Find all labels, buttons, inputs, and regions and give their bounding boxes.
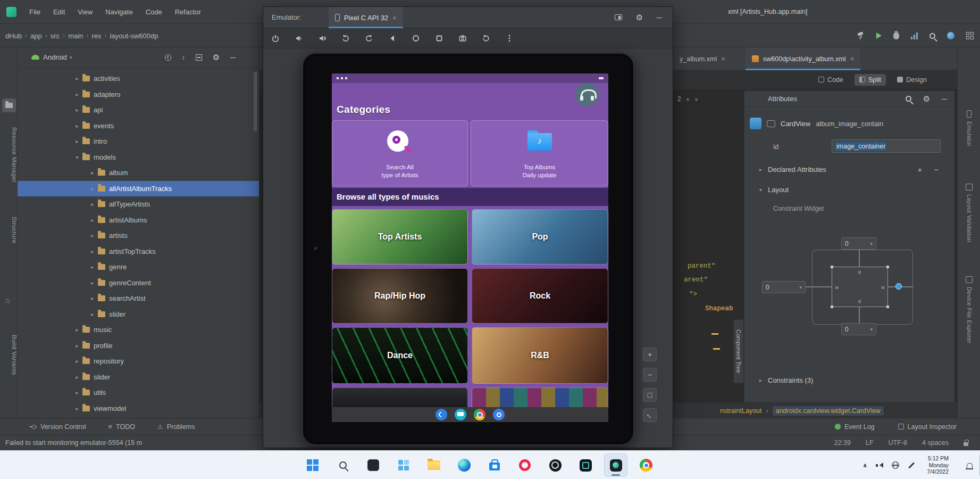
selected-component-row[interactable]: CardView album_image_contain [744, 115, 954, 131]
task-view-button[interactable] [362, 453, 385, 477]
chevron-right-icon[interactable]: ▸ [73, 406, 81, 411]
corner-handle[interactable] [831, 305, 833, 308]
menu-file[interactable]: File [29, 8, 40, 16]
corner-handle[interactable] [886, 266, 889, 268]
tool-button-layout-validation[interactable]: Layout Validation [958, 184, 980, 242]
right-anchor-icon[interactable] [895, 283, 902, 290]
rotate-left-button[interactable] [339, 31, 353, 45]
chevron-down-icon[interactable]: ▾ [73, 154, 81, 160]
debug-icon[interactable] [893, 32, 899, 39]
expand-icon[interactable]: ↕ [182, 54, 185, 61]
code-text[interactable]: parent" [688, 262, 716, 270]
device-icon[interactable] [947, 32, 954, 39]
top-albums-card[interactable]: Top Albums Daily update [471, 120, 608, 186]
lock-icon[interactable] [964, 442, 968, 446]
pen-icon[interactable] [908, 462, 915, 468]
chevron-right-icon[interactable]: ▸ [88, 280, 97, 286]
tree-item-activities[interactable]: ▸activities [18, 71, 259, 87]
chevron-right-icon[interactable]: ▸ [73, 76, 81, 81]
breadcrumb-item[interactable]: res [89, 32, 103, 40]
menu-edit[interactable]: Edit [53, 8, 65, 16]
spring-left-icon[interactable]: » [835, 284, 839, 291]
overview-button[interactable] [432, 31, 446, 45]
tool-button-build-variants[interactable]: Build Variants [0, 335, 18, 375]
tool-button-layout-inspector[interactable]: Layout Inspector [898, 423, 957, 431]
caret-position[interactable]: 22:39 [834, 439, 851, 447]
chevron-right-icon[interactable]: ▸ [88, 170, 97, 176]
chevron-right-icon[interactable]: ▸ [73, 327, 81, 333]
gear-icon[interactable]: ⚙ [636, 13, 643, 21]
chevron-right-icon[interactable]: ▸ [88, 186, 97, 192]
dark-app-button[interactable] [574, 453, 597, 477]
margin-top-dropdown[interactable]: 0 [841, 237, 876, 250]
tree-item-models[interactable]: ▾models [18, 150, 259, 166]
tree-item-utils[interactable]: ▸utils [18, 385, 259, 401]
rotate-right-button[interactable] [362, 31, 376, 45]
close-icon[interactable]: × [721, 55, 725, 63]
tool-button-emulator[interactable]: Emulator [958, 110, 980, 146]
tree-item-genreContent[interactable]: ▸genreContent [18, 275, 259, 291]
search-icon[interactable] [906, 96, 911, 102]
emulator-device-tab[interactable]: Pixel C API 32 × [329, 7, 403, 28]
window-mode-icon[interactable] [615, 14, 622, 20]
remove-attribute-icon[interactable]: − [934, 165, 939, 174]
chevron-right-icon[interactable]: ▸ [73, 390, 81, 395]
tree-item-genre[interactable]: ▸genre [18, 259, 259, 275]
tree-item-music[interactable]: ▸music [18, 322, 259, 338]
camera-app-icon[interactable] [493, 409, 505, 420]
tree-item-allArtistAlbumTracks[interactable]: ▸allArtistAlbumTracks [18, 181, 259, 197]
menu-code[interactable]: Code [146, 8, 162, 16]
chevron-right-icon[interactable]: ▸ [88, 295, 97, 301]
tree-item-slider[interactable]: ▸slider [18, 307, 259, 323]
chevron-right-icon[interactable]: ▸ [73, 374, 81, 380]
spring-top-icon[interactable]: » [857, 270, 864, 274]
chevron-right-icon[interactable]: ▸ [73, 358, 81, 364]
mode-design[interactable]: Design [892, 74, 932, 86]
category-tile-rap-hip-hop[interactable]: Rap/Hip Hop [332, 268, 468, 324]
tree-item-adapters[interactable]: ▸adapters [18, 87, 259, 103]
chevron-right-icon[interactable]: ▸ [73, 138, 81, 144]
menu-navigate[interactable]: Navigate [105, 8, 132, 16]
editor-tab[interactable]: y_album.xml × [673, 47, 732, 70]
taskbar-search-button[interactable] [331, 453, 355, 477]
volume-down-button[interactable] [292, 31, 306, 45]
tree-item-artistAlbums[interactable]: ▸artistAlbums [18, 212, 259, 228]
store-button[interactable] [483, 453, 506, 477]
tree-item-album[interactable]: ▸album [18, 165, 259, 181]
breadcrumb-item[interactable]: src [48, 32, 62, 40]
intellij-button[interactable] [543, 453, 567, 477]
breadcrumb-item[interactable]: layout-sw600dp [107, 32, 160, 40]
breadcrumb-cardview[interactable]: androidx.cardview.widget.CardView [773, 406, 884, 416]
margin-left-dropdown[interactable]: 0 [762, 281, 806, 293]
code-text[interactable]: Shapeab [705, 305, 733, 312]
volume-icon[interactable] [876, 463, 883, 468]
tree-item-repository[interactable]: ▸repository [18, 353, 259, 369]
run-icon[interactable] [876, 32, 882, 39]
indent-setting[interactable]: 4 spaces [922, 439, 949, 447]
tool-button-version-control[interactable]: Version Control [30, 423, 86, 431]
more-options-button[interactable] [502, 31, 516, 45]
constraint-box[interactable]: » « » « [832, 267, 888, 307]
locate-file-icon[interactable] [165, 54, 171, 61]
expand-button[interactable]: ↔ [643, 408, 657, 422]
menu-view[interactable]: View [78, 8, 93, 16]
tree-item-slider[interactable]: ▸slider [18, 369, 259, 385]
arrow-down-icon[interactable]: ∨ [694, 96, 698, 102]
emulator-titlebar[interactable]: Emulator: Pixel C API 32 × ⚙ ─ [263, 7, 673, 28]
tool-button-structure[interactable]: Structure [0, 217, 18, 243]
chevron-right-icon[interactable]: ▸ [88, 311, 97, 317]
home-button[interactable] [409, 31, 423, 45]
tool-button-todo[interactable]: ≡TODO [108, 423, 135, 431]
arrow-up-icon[interactable]: ∧ [686, 96, 690, 102]
project-view-selector[interactable]: Android [43, 53, 67, 61]
tree-item-searchArtist[interactable]: ▸searchArtist [18, 291, 259, 307]
category-tile-r-b[interactable]: R&B [472, 327, 608, 384]
editor-tab-active[interactable]: sw600dp\activity_album.xml × [746, 47, 860, 70]
chevron-right-icon[interactable]: ▸ [88, 249, 97, 254]
tool-button-resource-manager[interactable]: Resource Manager [0, 127, 18, 183]
fit-screen-button[interactable]: □ [643, 388, 657, 402]
chrome-app-icon[interactable] [474, 409, 485, 420]
corner-handle[interactable] [831, 266, 833, 268]
declared-attributes-section[interactable]: ▸ Declared Attributes + − [744, 162, 954, 176]
favorites-star-icon[interactable]: ☆ [4, 296, 11, 305]
